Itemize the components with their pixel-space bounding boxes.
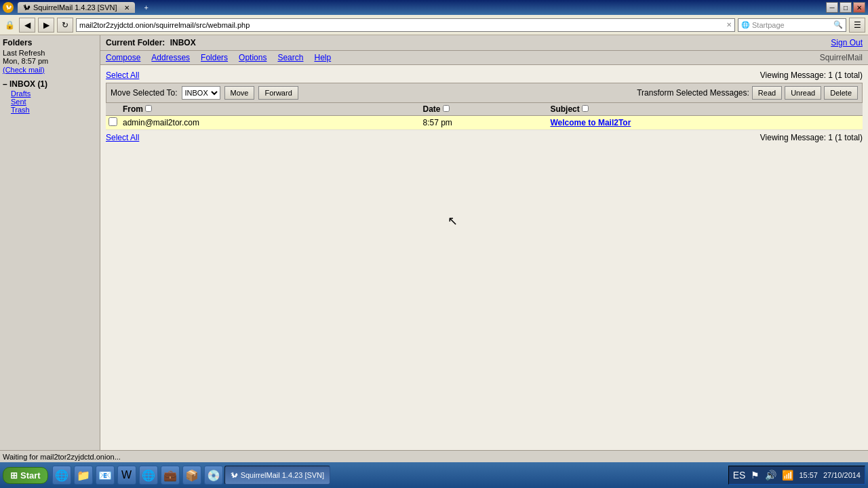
compose-link[interactable]: Compose	[106, 53, 140, 62]
taskbar: ⊞ Start 🌐 📁 📧 W 🌐 💼 📦 💿 🐿 SquirrelMail 1…	[0, 462, 868, 488]
systray-date: 27/10/2014	[823, 471, 861, 479]
sidebar-item-inbox[interactable]: – INBOX (1)	[3, 79, 97, 89]
move-row-right: Transform Selected Messages: Read Unread…	[637, 86, 858, 100]
subject-sort-checkbox[interactable]	[582, 105, 589, 112]
viewing-message-top: Viewing Message: 1 (1 total)	[760, 70, 863, 80]
tab-close-icon[interactable]: ✕	[124, 4, 130, 12]
sidebar-item-trash[interactable]: Trash	[3, 106, 97, 114]
viewing-message-bottom: Viewing Message: 1 (1 total)	[760, 133, 863, 142]
refresh-button[interactable]: ↻	[57, 18, 73, 33]
unknown-icon1[interactable]: 📦	[182, 466, 201, 485]
email-subject-link[interactable]: Welcome to Mail2Tor	[550, 118, 631, 127]
word-icon[interactable]: W	[117, 466, 136, 485]
menu-button[interactable]: ☰	[849, 18, 865, 33]
folders-link[interactable]: Folders	[201, 53, 228, 62]
search-icon[interactable]: 🔍	[833, 20, 843, 29]
content-area: Current Folder: INBOX Sign Out Compose A…	[100, 35, 868, 462]
back-button[interactable]: ◀	[19, 18, 35, 33]
table-row: admin@mail2tor.com 8:57 pm Welcome to Ma…	[106, 116, 863, 130]
addresses-link[interactable]: Addresses	[151, 53, 190, 62]
close-button[interactable]: ✕	[853, 2, 865, 13]
active-window-label: SquirrelMail 1.4.23 [SVN]	[241, 471, 325, 479]
move-row: Move Selected To: INBOX Move Forward Tra…	[106, 83, 863, 103]
app-icon: 🐿	[3, 2, 14, 13]
move-label: Move Selected To:	[111, 88, 178, 98]
sidebar-item-drafts[interactable]: Drafts	[3, 89, 97, 98]
select-row-top: Select All Viewing Message: 1 (1 total)	[106, 68, 863, 83]
archive-icon[interactable]: 💼	[161, 466, 180, 485]
select-all-bottom[interactable]: Select All	[106, 133, 139, 142]
url-bar[interactable]: mail2tor2zyjdctd.onion/squirrelmail/src/…	[76, 18, 735, 32]
col-from: From	[120, 103, 420, 116]
row-checkbox-cell	[106, 116, 120, 130]
chrome-icon[interactable]: 🌐	[139, 466, 158, 485]
titlebar-tab[interactable]: 🐿 SquirrelMail 1.4.23 [SVN] ✕	[18, 2, 135, 13]
start-icon: ⊞	[10, 470, 18, 481]
window-controls: ─ □ ✕	[826, 2, 865, 13]
start-button[interactable]: ⊞ Start	[3, 467, 48, 484]
search-placeholder: Startpage	[752, 21, 785, 29]
col-checkbox	[106, 103, 120, 116]
row-select-checkbox[interactable]	[108, 117, 117, 126]
check-mail-link[interactable]: (Check mail)	[3, 66, 45, 74]
forward-button[interactable]: Forward	[258, 86, 298, 100]
main-layout: Folders Last Refresh Mon, 8:57 pm (Check…	[0, 35, 868, 462]
sidebar: Folders Last Refresh Mon, 8:57 pm (Check…	[0, 35, 100, 462]
help-link[interactable]: Help	[314, 53, 331, 62]
ie-icon[interactable]: 🌐	[52, 466, 71, 485]
inbox-label: –	[3, 79, 9, 89]
new-tab-btn[interactable]: +	[139, 2, 154, 13]
row-date: 8:57 pm	[420, 116, 547, 130]
options-link[interactable]: Options	[239, 53, 267, 62]
select-row-bottom: Select All Viewing Message: 1 (1 total)	[106, 130, 863, 145]
search-box[interactable]: 🌐 Startpage 🔍	[738, 18, 846, 32]
titlebar: 🐿 🐿 SquirrelMail 1.4.23 [SVN] ✕ + ─ □ ✕	[0, 0, 868, 15]
flag-icon: ⚑	[751, 470, 760, 481]
systray-time: 15:57	[799, 471, 818, 479]
unknown-icon2[interactable]: 💿	[204, 466, 223, 485]
active-window-btn[interactable]: 🐿 SquirrelMail 1.4.23 [SVN]	[224, 466, 331, 485]
site-icon: 🔒	[3, 18, 16, 32]
delete-button[interactable]: Delete	[824, 86, 858, 100]
forward-button[interactable]: ▶	[38, 18, 54, 33]
maximize-button[interactable]: □	[840, 2, 852, 13]
titlebar-left: 🐿 🐿 SquirrelMail 1.4.23 [SVN] ✕ +	[3, 2, 154, 13]
locale-icon: ES	[733, 470, 746, 481]
last-refresh-label: Last Refresh	[3, 49, 97, 57]
from-sort-checkbox[interactable]	[145, 105, 152, 112]
start-label: Start	[20, 470, 41, 481]
signout-link[interactable]: Sign Out	[831, 38, 863, 47]
outlook-icon[interactable]: 📧	[96, 466, 115, 485]
row-subject: Welcome to Mail2Tor	[547, 116, 863, 130]
search-engine-icon: 🌐	[741, 21, 749, 28]
mail-area: Select All Viewing Message: 1 (1 total) …	[100, 65, 868, 148]
current-folder-name: INBOX	[170, 38, 196, 47]
inbox-text: INBOX	[9, 79, 35, 89]
read-button[interactable]: Read	[752, 86, 782, 100]
email-table-body: admin@mail2tor.com 8:57 pm Welcome to Ma…	[106, 116, 863, 130]
active-window-icon: 🐿	[231, 471, 238, 479]
minimize-button[interactable]: ─	[826, 2, 838, 13]
current-folder: Current Folder: INBOX	[106, 38, 196, 47]
col-date: Date	[420, 103, 547, 116]
folder-select[interactable]: INBOX	[182, 86, 220, 100]
status-text: Waiting for mail2tor2zyjdctd.onion...	[3, 453, 121, 461]
last-refresh-time: Mon, 8:57 pm	[3, 57, 97, 65]
unread-button[interactable]: Unread	[785, 86, 821, 100]
statusbar: Waiting for mail2tor2zyjdctd.onion...	[0, 450, 868, 462]
tab-icon: 🐿	[23, 3, 31, 12]
taskbar-quick-launch: 🌐 📁 📧 W 🌐 💼 📦 💿	[52, 466, 223, 485]
email-table: From Date Subject	[106, 103, 863, 130]
email-table-header: From Date Subject	[106, 103, 863, 116]
tab-title: SquirrelMail 1.4.23 [SVN]	[33, 3, 117, 12]
clear-url-icon[interactable]: ✕	[726, 21, 732, 28]
date-sort-checkbox[interactable]	[443, 105, 450, 112]
move-button[interactable]: Move	[224, 86, 255, 100]
search-link[interactable]: Search	[277, 53, 303, 62]
row-from: admin@mail2tor.com	[120, 116, 420, 130]
explorer-icon[interactable]: 📁	[74, 466, 93, 485]
signal-icon: 📶	[782, 470, 793, 481]
sidebar-item-sent[interactable]: Sent	[3, 98, 97, 106]
address-bar: 🔒 ◀ ▶ ↻ mail2tor2zyjdctd.onion/squirrelm…	[0, 15, 868, 35]
select-all-top[interactable]: Select All	[106, 70, 139, 80]
